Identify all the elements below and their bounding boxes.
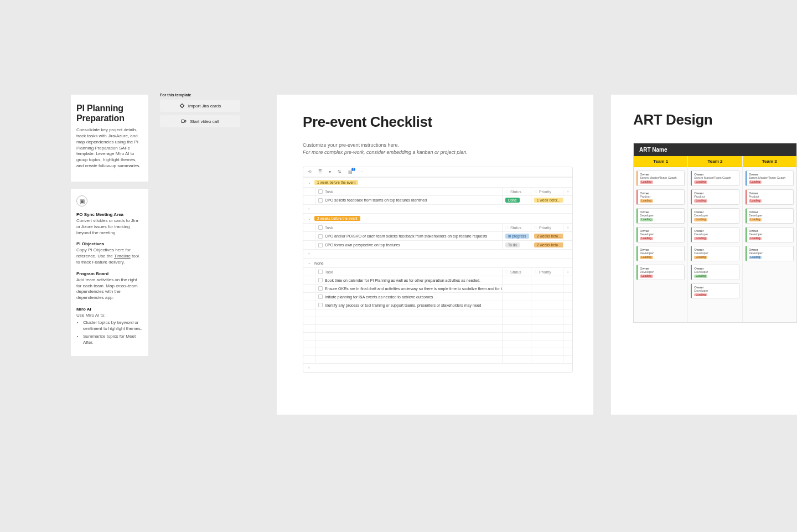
art-card[interactable]: OwnerProductLoading: [636, 189, 685, 205]
col-add[interactable]: +: [563, 267, 572, 276]
section-3-header[interactable]: ⌄ None: [303, 258, 572, 267]
art-col-1[interactable]: Team 1 OwnerScrum Master/Team CoachLoadi…: [634, 156, 688, 322]
section-2-add-row[interactable]: +: [303, 249, 572, 258]
priority-cell[interactable]: [531, 301, 563, 309]
status-badge: Done: [505, 198, 520, 203]
task-cell[interactable]: CPO solicits feedback from teams on top …: [315, 195, 503, 204]
guide-p-program: Add team activities on the right for eac…: [76, 277, 143, 301]
col-add[interactable]: +: [563, 223, 572, 231]
table-row[interactable]: CPO forms own perspective on top feature…: [303, 240, 572, 249]
art-card[interactable]: OwnerScrum Master/Team CoachLoading: [746, 171, 794, 186]
checklist-card[interactable]: Pre-event Checklist Customize your pre-e…: [277, 95, 593, 415]
table-row[interactable]: CPO and/or PO/SRO of each team solicits …: [303, 231, 572, 240]
task-cell[interactable]: Initiate planning for I&A events as need…: [315, 292, 503, 301]
intro-title: PI Planning Preparation: [76, 104, 143, 123]
chevron-down-icon: ⌄: [308, 216, 311, 221]
tag-badge: Loading: [640, 199, 653, 203]
priority-cell[interactable]: [531, 276, 563, 284]
art-card[interactable]: OwnerProductLoading: [691, 189, 739, 205]
priority-cell[interactable]: [531, 284, 563, 292]
art-card[interactable]: OwnerProductLoading: [746, 189, 794, 205]
checkbox-icon[interactable]: [318, 198, 323, 203]
checkbox-icon[interactable]: [318, 303, 323, 307]
task-cell[interactable]: Book time on calendar for PI Planning as…: [315, 276, 503, 284]
section-2-header[interactable]: ⌄ 2 weeks before the event: [303, 213, 572, 223]
toolbar-refresh-icon[interactable]: ⟲: [308, 169, 312, 174]
art-card[interactable]: OwnerDeveloperLoading: [636, 265, 685, 280]
art-col-3[interactable]: Team 3 OwnerScrum Master/Team CoachLoadi…: [743, 156, 796, 322]
task-cell[interactable]: Identify any process or tool training or…: [315, 301, 503, 309]
art-card[interactable]: OwnerDeveloperLoading: [691, 265, 739, 280]
checkbox-icon[interactable]: [318, 295, 323, 299]
timeline-link[interactable]: Timeline: [114, 254, 131, 259]
start-video-button[interactable]: Start video call: [160, 115, 240, 127]
table-row[interactable]: Ensure OKRs are in final draft and activ…: [303, 284, 572, 292]
art-card[interactable]: OwnerScrum Master/Team CoachLoading: [691, 171, 739, 186]
art-card[interactable]: OwnerDeveloperLoading: [746, 208, 794, 224]
board-canvas[interactable]: PI Planning Preparation Consolidate key …: [0, 0, 797, 532]
art-card[interactable]: OwnerDeveloperLoading: [691, 227, 739, 242]
checkbox-icon[interactable]: [318, 234, 323, 239]
task-cell[interactable]: CPO and/or PO/SRO of each team solicits …: [315, 231, 503, 240]
tag-badge: Loading: [640, 218, 653, 221]
blank-rows[interactable]: [303, 309, 572, 363]
priority-cell[interactable]: 2 weeks befo...: [531, 231, 563, 240]
tag-badge: Loading: [694, 256, 707, 259]
status-cell[interactable]: In progress: [503, 231, 531, 240]
art-card[interactable]: OwnerDeveloperLoading: [746, 246, 794, 261]
priority-cell[interactable]: 2 weeks befo...: [531, 240, 563, 249]
task-cell[interactable]: CPO forms own perspective on top feature…: [315, 240, 503, 249]
section-3-add-row[interactable]: +: [303, 363, 572, 372]
priority-cell[interactable]: 1 week befor...: [531, 195, 563, 204]
checklist-table[interactable]: ⟲ ≣ ▾ ⇅ ▤1 ⋯ ⌄ 1 week before the event T…: [303, 167, 573, 373]
import-jira-button[interactable]: Import Jira cards: [160, 100, 240, 112]
guide-card[interactable]: ▣ PO Sync Meeting Area Convert stickies …: [71, 189, 148, 356]
toolbar-sort-icon[interactable]: ⇅: [338, 169, 341, 174]
section-1-header[interactable]: ⌄ 1 week before the event: [303, 177, 572, 187]
toolbar-list-icon[interactable]: ≣: [318, 169, 322, 174]
guide-p-miroai-lead: Use Miro AI to:: [76, 313, 143, 319]
tag-badge: Loading: [749, 180, 762, 184]
section-1-add-row[interactable]: +: [303, 204, 572, 213]
toolbar-group-icon[interactable]: ▤1: [348, 169, 353, 174]
table-row[interactable]: CPO solicits feedback from teams on top …: [303, 195, 572, 204]
status-cell[interactable]: [503, 276, 531, 284]
toolbar-more-icon[interactable]: ⋯: [359, 169, 364, 174]
art-board[interactable]: ART Name Team 1 OwnerScrum Master/Team C…: [633, 143, 797, 323]
status-cell[interactable]: [503, 284, 531, 292]
art-card[interactable]: OwnerDeveloperLoading: [691, 246, 739, 261]
table-row[interactable]: Initiate planning for I&A events as need…: [303, 292, 572, 301]
col-status: ◌Status: [503, 187, 531, 195]
priority-cell[interactable]: [531, 292, 563, 301]
tag-badge: Loading: [640, 180, 653, 184]
art-card[interactable]: OwnerDeveloperLoading: [691, 208, 739, 224]
intro-card[interactable]: PI Planning Preparation Consolidate key …: [71, 95, 148, 182]
table-row[interactable]: Identify any process or tool training or…: [303, 301, 572, 309]
col-add[interactable]: +: [563, 187, 572, 195]
checkbox-icon[interactable]: [318, 278, 323, 282]
guide-li-2: Summarize topics for Meet After.: [83, 334, 143, 346]
art-col-2[interactable]: Team 2 OwnerScrum Master/Team CoachLoadi…: [688, 156, 742, 322]
art-card[interactable]: OwnerScrum Master/Team CoachLoading: [636, 171, 685, 186]
art-card[interactable]: OwnerDeveloperLoading: [691, 283, 739, 299]
status-cell[interactable]: Done: [503, 195, 531, 204]
status-cell[interactable]: To do: [503, 240, 531, 249]
tag-badge: Loading: [640, 237, 653, 240]
art-card[interactable]: OwnerDeveloperLoading: [636, 227, 685, 242]
status-cell[interactable]: [503, 301, 531, 309]
checkbox-icon[interactable]: [318, 243, 323, 247]
table-row[interactable]: Book time on calendar for PI Planning as…: [303, 276, 572, 284]
section-3-label: None: [314, 261, 324, 265]
toolbar-filter-icon[interactable]: ▾: [329, 169, 331, 174]
art-card[interactable]: OwnerDeveloperLoading: [746, 227, 794, 242]
tag-badge: Loading: [749, 199, 762, 203]
checkbox-icon[interactable]: [318, 286, 323, 291]
art-card[interactable]: OwnerDeveloperLoading: [636, 208, 685, 224]
art-design-card[interactable]: ART Design ART Name Team 1 OwnerScrum Ma…: [611, 95, 797, 415]
art-col-3-header: Team 3: [743, 156, 796, 167]
task-cell[interactable]: Ensure OKRs are in final draft and activ…: [315, 284, 503, 292]
art-card[interactable]: OwnerDeveloperLoading: [636, 246, 685, 261]
section-2-label: 2 weeks before the event: [314, 216, 360, 221]
art-board-header: ART Name: [634, 143, 796, 156]
status-cell[interactable]: [503, 292, 531, 301]
